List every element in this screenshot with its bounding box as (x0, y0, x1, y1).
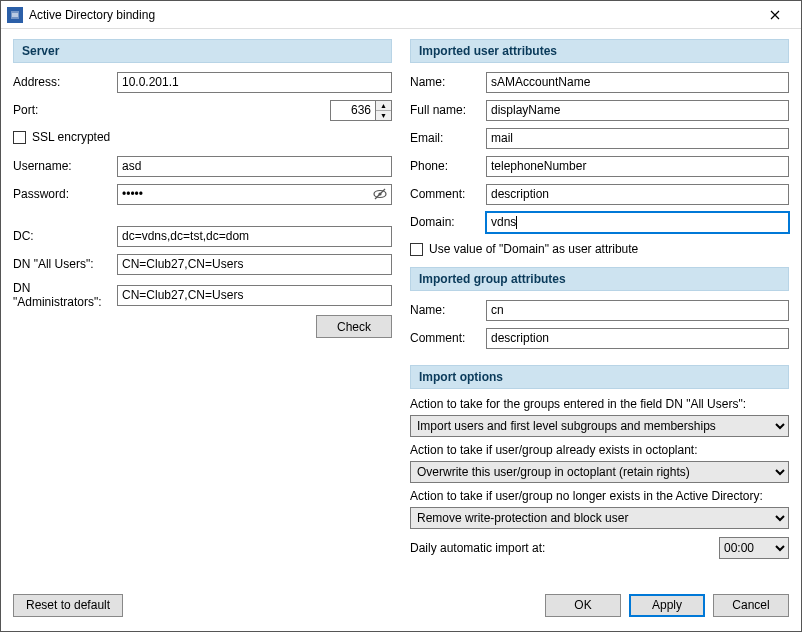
password-input[interactable]: ••••• (117, 184, 392, 205)
close-button[interactable] (755, 1, 795, 29)
address-label: Address: (13, 75, 117, 89)
dc-row: DC: dc=vdns,dc=tst,dc=dom (13, 225, 392, 247)
ua-comment-input[interactable]: description (486, 184, 789, 205)
ga-comment-row: Comment: description (410, 327, 789, 349)
ua-fullname-label: Full name: (410, 103, 486, 117)
ga-name-row: Name: cn (410, 299, 789, 321)
ga-comment-input[interactable]: description (486, 328, 789, 349)
spinner-down-icon[interactable]: ▼ (376, 111, 391, 120)
username-row: Username: asd (13, 155, 392, 177)
ga-name-input[interactable]: cn (486, 300, 789, 321)
ua-fullname-input[interactable]: displayName (486, 100, 789, 121)
username-label: Username: (13, 159, 117, 173)
right-column: Imported user attributes Name: sAMAccoun… (410, 39, 789, 579)
password-label: Password: (13, 187, 117, 201)
ua-name-input[interactable]: sAMAccountName (486, 72, 789, 93)
port-input[interactable]: 636 (330, 100, 376, 121)
ua-usedomain-label[interactable]: Use value of "Domain" as user attribute (429, 242, 638, 256)
opt-exists-label: Action to take if user/group already exi… (410, 443, 789, 457)
apply-button[interactable]: Apply (629, 594, 705, 617)
server-header: Server (13, 39, 392, 63)
ua-phone-input[interactable]: telephoneNumber (486, 156, 789, 177)
opt-groups-select[interactable]: Import users and first level subgroups a… (410, 415, 789, 437)
dn-admins-input[interactable]: CN=Club27,CN=Users (117, 285, 392, 306)
ua-comment-label: Comment: (410, 187, 486, 201)
ua-email-input[interactable]: mail (486, 128, 789, 149)
cancel-button[interactable]: Cancel (713, 594, 789, 617)
check-button[interactable]: Check (316, 315, 392, 338)
daily-import-row: Daily automatic import at: 00:00 (410, 537, 789, 559)
opt-groups-label: Action to take for the groups entered in… (410, 397, 789, 411)
port-spinner[interactable]: ▲ ▼ (376, 100, 392, 121)
spinner-up-icon[interactable]: ▲ (376, 101, 391, 111)
window-title: Active Directory binding (29, 8, 755, 22)
dc-label: DC: (13, 229, 117, 243)
ua-email-label: Email: (410, 131, 486, 145)
address-input[interactable]: 10.0.201.1 (117, 72, 392, 93)
ua-phone-row: Phone: telephoneNumber (410, 155, 789, 177)
opt-missing-row: Remove write-protection and block user (410, 507, 789, 529)
password-row: Password: ••••• (13, 183, 392, 205)
ua-domain-label: Domain: (410, 215, 486, 229)
daily-import-time-select[interactable]: 00:00 (719, 537, 789, 559)
port-row: Port: 636 ▲ ▼ (13, 99, 392, 121)
ssl-label[interactable]: SSL encrypted (32, 130, 110, 144)
ua-usedomain-checkbox[interactable] (410, 243, 423, 256)
ua-email-row: Email: mail (410, 127, 789, 149)
ua-usedomain-row: Use value of "Domain" as user attribute (410, 239, 789, 259)
dn-admins-row: DN "Administrators": CN=Club27,CN=Users (13, 281, 392, 309)
opt-exists-select[interactable]: Overwrite this user/group in octoplant (… (410, 461, 789, 483)
password-visibility-toggle-icon[interactable] (371, 186, 389, 202)
ssl-checkbox[interactable] (13, 131, 26, 144)
dialog-footer: Reset to default OK Apply Cancel (1, 587, 801, 631)
ua-name-label: Name: (410, 75, 486, 89)
dn-allusers-label: DN "All Users": (13, 257, 117, 271)
ssl-row: SSL encrypted (13, 127, 392, 147)
opt-missing-select[interactable]: Remove write-protection and block user (410, 507, 789, 529)
ga-name-label: Name: (410, 303, 486, 317)
ua-domain-input[interactable]: vdns (486, 212, 789, 233)
opt-exists-row: Overwrite this user/group in octoplant (… (410, 461, 789, 483)
username-input[interactable]: asd (117, 156, 392, 177)
dn-admins-label: DN "Administrators": (13, 281, 117, 309)
dn-allusers-row: DN "All Users": CN=Club27,CN=Users (13, 253, 392, 275)
address-row: Address: 10.0.201.1 (13, 71, 392, 93)
titlebar: Active Directory binding (1, 1, 801, 29)
ua-comment-row: Comment: description (410, 183, 789, 205)
ua-phone-label: Phone: (410, 159, 486, 173)
ok-button[interactable]: OK (545, 594, 621, 617)
port-label: Port: (13, 103, 117, 117)
reset-button[interactable]: Reset to default (13, 594, 123, 617)
ua-domain-row: Domain: vdns (410, 211, 789, 233)
dn-allusers-input[interactable]: CN=Club27,CN=Users (117, 254, 392, 275)
import-options-header: Import options (410, 365, 789, 389)
ua-name-row: Name: sAMAccountName (410, 71, 789, 93)
server-column: Server Address: 10.0.201.1 Port: 636 ▲ ▼… (13, 39, 392, 579)
opt-groups-row: Import users and first level subgroups a… (410, 415, 789, 437)
dialog-content: Server Address: 10.0.201.1 Port: 636 ▲ ▼… (1, 29, 801, 587)
daily-import-label: Daily automatic import at: (410, 541, 719, 555)
ga-comment-label: Comment: (410, 331, 486, 345)
opt-missing-label: Action to take if user/group no longer e… (410, 489, 789, 503)
ua-fullname-row: Full name: displayName (410, 99, 789, 121)
dc-input[interactable]: dc=vdns,dc=tst,dc=dom (117, 226, 392, 247)
app-icon (7, 7, 23, 23)
group-attrs-header: Imported group attributes (410, 267, 789, 291)
user-attrs-header: Imported user attributes (410, 39, 789, 63)
